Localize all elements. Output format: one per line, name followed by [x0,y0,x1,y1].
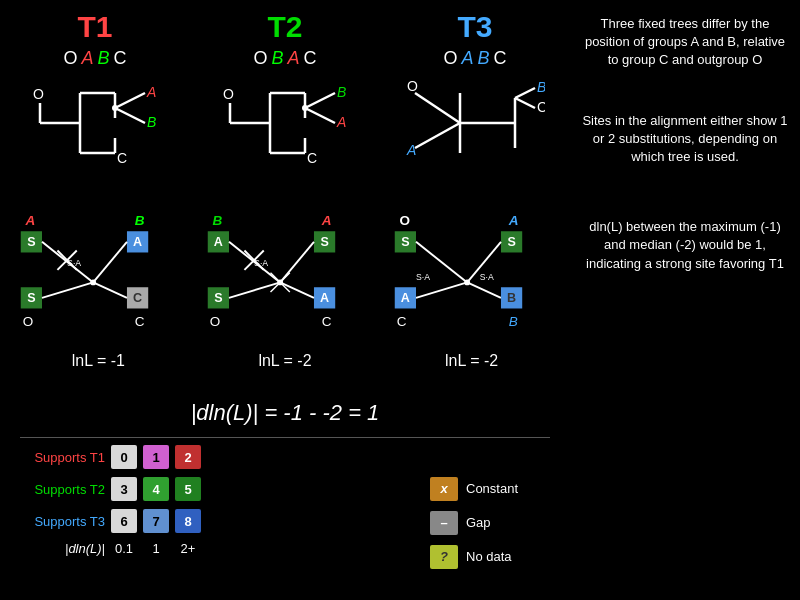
diagram-t1: A B S S·A A S [16,210,181,370]
svg-text:A: A [406,142,416,158]
support-row-t3: Supports T3 6 7 8 [10,509,410,533]
svg-text:A: A [507,213,518,228]
support-t1-label: Supports T1 [10,450,105,465]
tree-t3-title: T3 [457,10,492,44]
svg-line-30 [415,93,460,123]
right-text-1: Three fixed trees differ by the position… [578,15,792,70]
t3-taxon-a: A [461,48,473,69]
svg-text:C: C [133,291,142,305]
svg-text:C: C [322,314,332,329]
legend-gap-label: Gap [466,515,491,530]
svg-line-90 [416,282,467,297]
magnitude-val-2: 2+ [175,541,201,556]
magnitude-val-1: 1 [143,541,169,556]
svg-text:C: C [537,99,545,115]
support-row-t2: Supports T2 3 4 5 [10,477,410,501]
diagram-t2-lnl: lnL = -2 [258,352,311,370]
diagram-t3: O A S S S·A S·A [389,210,554,370]
support-table: Supports T1 0 1 2 Supports T2 3 4 5 Supp… [10,445,410,600]
tree-t2-taxa: O B A C [253,48,316,69]
support-t2-cell-0: 3 [111,477,137,501]
svg-text:O: O [407,78,418,94]
svg-text:C: C [117,150,127,166]
svg-text:C: C [307,150,317,166]
svg-text:S: S [507,235,515,249]
support-t1-cell-0: 0 [111,445,137,469]
svg-text:S·A: S·A [479,272,493,282]
legend-nodata-label: No data [466,549,512,564]
svg-text:B: B [147,114,156,130]
formula-section: |dln(L)| = -1 - -2 = 1 [0,390,570,435]
svg-line-21 [305,93,335,108]
svg-text:B: B [537,79,545,95]
svg-point-23 [302,105,308,111]
tree-t3-diagram: O A B C [405,73,545,173]
svg-line-76 [280,282,314,297]
divider [20,437,550,438]
right-panel: Three fixed trees differ by the position… [570,0,800,600]
svg-text:C: C [396,314,406,329]
t1-taxon-c: C [114,48,127,69]
t2-outgroup: O [253,48,267,69]
tree-t3-taxa: O A B C [443,48,506,69]
tree-t2-title: T2 [267,10,302,44]
t3-taxon-b: B [478,48,490,69]
tree-t1-taxa: O A B C [63,48,126,69]
t3-taxon-c: C [494,48,507,69]
svg-text:O: O [33,86,44,102]
support-t3-cell-0: 6 [111,509,137,533]
svg-text:A: A [336,114,346,130]
svg-line-55 [42,282,93,297]
svg-text:B: B [213,213,223,228]
svg-point-9 [112,105,118,111]
t2-taxon-b: B [271,48,283,69]
svg-text:S: S [214,291,222,305]
support-row-t1: Supports T1 0 1 2 [10,445,410,469]
svg-line-53 [42,242,93,283]
svg-text:A: A [321,213,332,228]
legend-constant-label: Constant [466,481,518,496]
svg-text:B: B [135,213,145,228]
left-panel: T1 O A B C [0,0,570,600]
legend-gap: – Gap [430,511,560,535]
trees-section: T1 O A B C [0,0,570,190]
svg-line-35 [515,98,535,108]
diagram-t2: B A A S·A S S [202,210,367,370]
svg-text:S: S [28,291,36,305]
support-t3-cell-2: 8 [175,509,201,533]
svg-line-34 [515,88,535,98]
support-t3-cell-1: 7 [143,509,169,533]
support-t2-cell-1: 4 [143,477,169,501]
magnitude-label: |dln(L)| [10,541,105,556]
tree-t1-title: T1 [77,10,112,44]
tree-t1: T1 O A B C [15,10,175,173]
svg-text:S: S [28,235,36,249]
svg-line-31 [415,123,460,148]
svg-line-8 [115,108,145,123]
formula-text: |dln(L)| = -1 - -2 = 1 [191,400,380,426]
main-container: T1 O A B C [0,0,800,600]
t2-taxon-c: C [304,48,317,69]
support-t2-cell-2: 5 [175,477,201,501]
svg-text:S: S [320,235,328,249]
svg-text:B: B [337,84,346,100]
diagram-t1-lnl: lnL = -1 [72,352,125,370]
svg-text:B: B [508,314,517,329]
svg-text:S: S [401,235,409,249]
svg-text:O: O [399,213,410,228]
table-section: Supports T1 0 1 2 Supports T2 3 4 5 Supp… [0,440,570,600]
support-t1-cell-1: 1 [143,445,169,469]
svg-text:A: A [25,213,36,228]
right-text-2: Sites in the alignment either show 1 or … [578,112,792,167]
svg-line-22 [305,108,335,123]
diagrams-section: A B S S·A A S [0,190,570,390]
svg-line-73 [229,242,280,283]
t1-outgroup: O [63,48,77,69]
svg-text:A: A [146,84,156,100]
magnitude-val-0: 0.1 [111,541,137,556]
tree-t3: T3 O A B C [395,10,555,173]
legend-constant-cell: x [430,477,458,501]
svg-text:A: A [133,235,142,249]
tree-t2: T2 O B A C [205,10,365,173]
support-t3-label: Supports T3 [10,514,105,529]
